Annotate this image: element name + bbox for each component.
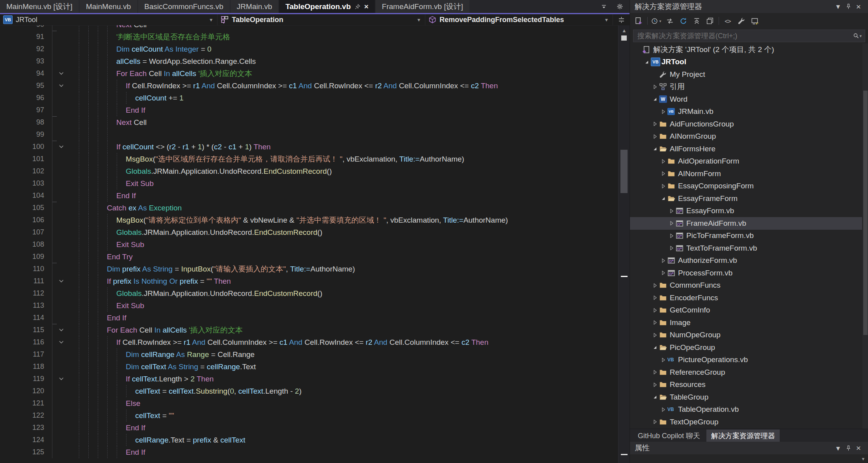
tree-item[interactable]: AINormForm <box>630 167 862 180</box>
expander-expanded-icon[interactable] <box>650 344 659 350</box>
breadcrumb-project[interactable]: VBJRTool▾ <box>0 14 218 25</box>
tree-item[interactable]: EssayComposingForm <box>630 180 862 193</box>
code-editor[interactable]: 90Next Cell91'判断选中区域是否存在合并单元格92Dim cellC… <box>0 25 618 463</box>
scrollbar-up-arrow-icon[interactable]: ▲ <box>618 28 630 33</box>
expander-collapsed-icon[interactable] <box>650 295 659 301</box>
document-tab[interactable]: MainMenu.vb [设计] <box>0 0 79 13</box>
chevron-down-icon[interactable]: ▾ <box>604 17 609 23</box>
fold-margin[interactable] <box>52 324 78 336</box>
expander-expanded-icon[interactable] <box>642 59 651 65</box>
expander-collapsed-icon[interactable] <box>650 283 659 288</box>
fold-margin[interactable] <box>52 141 78 153</box>
fold-margin[interactable] <box>52 25 78 31</box>
tree-item[interactable]: NumOpeGroup <box>630 329 862 342</box>
expander-collapsed-icon[interactable] <box>650 382 659 388</box>
expander-collapsed-icon[interactable] <box>650 369 659 375</box>
fold-margin[interactable] <box>52 104 78 116</box>
expander-collapsed-icon[interactable] <box>650 121 659 127</box>
fold-margin[interactable] <box>52 287 78 299</box>
expander-expanded-icon[interactable] <box>650 394 659 400</box>
tree-item[interactable]: Image <box>630 316 862 329</box>
expander-collapsed-icon[interactable] <box>667 220 676 226</box>
expander-collapsed-icon[interactable] <box>667 245 676 251</box>
fold-margin[interactable] <box>52 177 78 190</box>
fold-margin[interactable] <box>52 226 78 238</box>
chevron-down-icon[interactable]: ▾ <box>416 17 422 23</box>
expander-collapsed-icon[interactable] <box>667 233 676 239</box>
overflow-tabs-icon[interactable] <box>599 2 609 11</box>
tree-item[interactable]: FrameAidForm.vb <box>630 217 862 230</box>
gear-icon[interactable] <box>615 2 625 11</box>
fold-margin[interactable] <box>52 373 78 385</box>
fold-margin[interactable] <box>52 312 78 324</box>
expander-expanded-icon[interactable] <box>650 96 659 102</box>
fold-margin[interactable] <box>52 422 78 434</box>
pin-icon[interactable] <box>843 2 853 11</box>
tree-scrollbar-thumb[interactable] <box>863 91 868 335</box>
fold-margin[interactable] <box>52 446 78 458</box>
expander-collapsed-icon[interactable] <box>650 307 659 313</box>
collapse-all-icon[interactable] <box>691 15 702 26</box>
close-icon[interactable]: × <box>364 3 369 10</box>
fold-margin[interactable] <box>52 92 78 104</box>
tree-item[interactable]: TextToFrameForm.vb <box>630 242 862 255</box>
tree-item[interactable]: PicToFrameForm.vb <box>630 230 862 242</box>
fold-margin[interactable] <box>52 275 78 287</box>
tree-item[interactable]: Resources <box>630 379 862 391</box>
expander-collapsed-icon[interactable] <box>650 134 659 139</box>
document-tab[interactable]: BasicCommonFuncs.vb <box>138 0 230 13</box>
fold-chevron-icon[interactable] <box>58 143 65 150</box>
fold-chevron-icon[interactable] <box>58 278 65 284</box>
preview-icon[interactable] <box>749 15 760 26</box>
expander-expanded-icon[interactable] <box>659 195 667 201</box>
search-input[interactable] <box>633 32 850 40</box>
expander-collapsed-icon[interactable] <box>659 258 667 264</box>
expander-collapsed-icon[interactable] <box>650 419 659 425</box>
fold-chevron-icon[interactable] <box>58 376 65 382</box>
tree-item[interactable]: AINormGroup <box>630 130 862 143</box>
fold-margin[interactable] <box>52 299 78 312</box>
fold-chevron-icon[interactable] <box>58 70 65 77</box>
fold-chevron-icon[interactable] <box>58 82 65 89</box>
fold-margin[interactable] <box>52 263 78 275</box>
document-tab[interactable]: JRMain.vb <box>231 0 279 13</box>
fold-margin[interactable] <box>52 128 78 141</box>
fold-margin[interactable] <box>52 202 78 214</box>
expander-collapsed-icon[interactable] <box>659 407 667 413</box>
tree-item[interactable]: PicOpeGroup <box>630 341 862 354</box>
fold-margin[interactable] <box>52 43 78 55</box>
fold-margin[interactable] <box>52 55 78 67</box>
chevron-down-icon[interactable]: ▾ <box>208 17 214 23</box>
document-tab[interactable]: FrameAidForm.vb [设计] <box>376 0 469 13</box>
sync-with-active-document-icon[interactable] <box>664 15 675 26</box>
properties-combobox-arrow-icon[interactable]: ▾ <box>862 456 864 462</box>
fold-margin[interactable] <box>52 165 78 177</box>
tree-item[interactable]: EssayFrameForm <box>630 192 862 205</box>
document-tab[interactable]: TableOperation.vb× <box>279 0 375 13</box>
pin-icon[interactable] <box>843 443 853 453</box>
fold-margin[interactable] <box>52 397 78 409</box>
editor-vertical-scrollbar[interactable]: ▲ <box>618 25 630 463</box>
tree-item[interactable]: AuthorizeForm.vb <box>630 255 862 267</box>
tree-item[interactable]: 解决方案 'JRTool' (2 个项目, 共 2 个) <box>630 43 862 56</box>
tree-item[interactable]: VBTableOperation.vb <box>630 403 862 416</box>
tool-window-tab[interactable]: GitHub Copilot 聊天 <box>633 430 705 442</box>
refresh-icon[interactable] <box>678 15 689 26</box>
fold-margin[interactable] <box>52 67 78 80</box>
expander-collapsed-icon[interactable] <box>659 183 667 189</box>
fold-chevron-icon[interactable] <box>58 339 65 346</box>
tree-item[interactable]: VBPictureOperations.vb <box>630 354 862 366</box>
expander-collapsed-icon[interactable] <box>659 109 667 115</box>
expander-collapsed-icon[interactable] <box>650 84 659 90</box>
tree-item[interactable]: EncoderFuncs <box>630 292 862 304</box>
tree-item[interactable]: TextOpeGroup <box>630 416 862 428</box>
close-icon[interactable]: × <box>853 2 864 11</box>
tree-scrollbar[interactable] <box>862 43 868 429</box>
split-editor-icon[interactable] <box>613 17 630 23</box>
expander-collapsed-icon[interactable] <box>659 171 667 177</box>
copy-icon[interactable] <box>704 15 715 26</box>
fold-margin[interactable] <box>52 214 78 226</box>
fold-margin[interactable] <box>52 385 78 397</box>
tree-item[interactable]: My Project <box>630 68 862 81</box>
expander-collapsed-icon[interactable] <box>667 208 676 214</box>
